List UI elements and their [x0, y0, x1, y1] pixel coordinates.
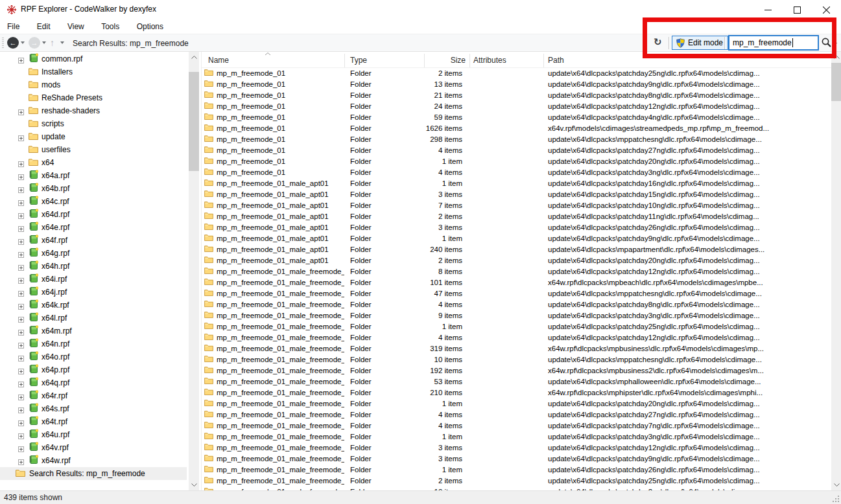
- expand-icon[interactable]: [18, 264, 24, 269]
- scroll-up-icon[interactable]: [831, 52, 841, 63]
- table-row[interactable]: mp_m_freemode_01_male_apt01Folder7 items…: [202, 200, 831, 211]
- sidebar-item-x64h-rpf[interactable]: x64h.rpf: [0, 260, 187, 273]
- sidebar-item-x64i-rpf[interactable]: x64i.rpf: [0, 273, 187, 286]
- sidebar-item-x64k-rpf[interactable]: x64k.rpf: [0, 299, 187, 312]
- sidebar-item-x64u-rpf[interactable]: x64u.rpf: [0, 428, 187, 441]
- table-row[interactable]: mp_m_freemode_01_male_freemode_b...Folde…: [202, 299, 831, 310]
- table-row[interactable]: mp_m_freemode_01_male_freemode_h...Folde…: [202, 387, 831, 398]
- menu-tools[interactable]: Tools: [94, 19, 126, 31]
- column-header-name[interactable]: Name: [208, 56, 229, 65]
- maximize-button[interactable]: [783, 0, 812, 19]
- table-row[interactable]: mp_m_freemode_01_male_freemode_h...Folde…: [202, 398, 831, 409]
- expand-icon[interactable]: [18, 251, 24, 257]
- column-header-size[interactable]: Size: [396, 56, 466, 65]
- table-row[interactable]: mp_m_freemode_01_male_freemode_b...Folde…: [202, 266, 831, 277]
- table-row[interactable]: mp_m_freemode_01_male_apt01Folder2 items…: [202, 255, 831, 266]
- table-row[interactable]: mp_m_freemode_01_male_apt01Folder1 itemu…: [202, 178, 831, 189]
- table-row[interactable]: mp_m_freemode_01Folder298 itemsupdate\x6…: [202, 134, 831, 145]
- expand-icon[interactable]: [18, 393, 24, 399]
- expand-icon[interactable]: [18, 225, 24, 231]
- sidebar-item-x64q-rpf[interactable]: x64q.rpf: [0, 376, 187, 389]
- table-row[interactable]: mp_m_freemode_01Folder59 itemsupdate\x64…: [202, 112, 831, 123]
- expand-icon[interactable]: [18, 108, 24, 114]
- sidebar-item-update[interactable]: update: [0, 130, 187, 143]
- column-divider[interactable]: [543, 54, 544, 67]
- table-row[interactable]: mp_m_freemode_01_male_freemode_b...Folde…: [202, 343, 831, 354]
- sidebar-item-x64c-rpf[interactable]: x64c.rpf: [0, 195, 187, 208]
- expand-icon[interactable]: [18, 341, 24, 347]
- expand-icon[interactable]: [18, 303, 24, 308]
- up-dropdown-icon[interactable]: [60, 41, 64, 44]
- edit-mode-button[interactable]: Edit mode: [672, 36, 728, 50]
- expand-icon[interactable]: [18, 160, 24, 166]
- table-row[interactable]: mp_m_freemode_01Folder21 itemsupdate\x64…: [202, 90, 831, 101]
- table-row[interactable]: mp_m_freemode_01_male_apt01Folder2 items…: [202, 211, 831, 222]
- expand-icon[interactable]: [18, 199, 24, 205]
- sidebar-item-x64n-rpf[interactable]: x64n.rpf: [0, 338, 187, 350]
- tree-scrollbar-thumb[interactable]: [189, 72, 199, 171]
- menu-view[interactable]: View: [60, 19, 91, 31]
- menu-options[interactable]: Options: [130, 19, 171, 31]
- sidebar-item-reshade-shaders[interactable]: reshade-shaders: [0, 104, 187, 117]
- sidebar-item-x64f-rpf[interactable]: x64f.rpf: [0, 234, 187, 247]
- sidebar-item-installers[interactable]: Installers: [0, 65, 187, 78]
- column-header-path[interactable]: Path: [548, 56, 564, 65]
- sidebar-item-x64b-rpf[interactable]: x64b.rpf: [0, 182, 187, 195]
- expand-icon[interactable]: [18, 406, 24, 412]
- table-row[interactable]: mp_m_freemode_01_male_freemode_h...Folde…: [202, 475, 831, 487]
- sidebar-item-x64w-rpf[interactable]: x64w.rpf: [0, 454, 187, 467]
- search-input[interactable]: mp_m_freemode: [728, 35, 819, 51]
- table-row[interactable]: mp_m_freemode_01Folder13 itemsupdate\x64…: [202, 79, 831, 90]
- sidebar-item-x64[interactable]: x64: [0, 156, 187, 169]
- expand-icon[interactable]: [18, 445, 24, 451]
- expand-icon[interactable]: [18, 380, 24, 386]
- search-icon[interactable]: [821, 37, 832, 48]
- table-row[interactable]: mp_m_freemode_01Folder24 itemsupdate\x64…: [202, 101, 831, 112]
- expand-icon[interactable]: [18, 56, 24, 62]
- table-row[interactable]: mp_m_freemode_01_male_freemode_b...Folde…: [202, 365, 831, 376]
- table-row[interactable]: mp_m_freemode_01_male_freemode_h...Folde…: [202, 431, 831, 442]
- expand-icon[interactable]: [18, 290, 24, 295]
- expand-icon[interactable]: [18, 328, 24, 334]
- sidebar-item-reshade-presets[interactable]: ReShade Presets: [0, 91, 187, 104]
- table-row[interactable]: mp_m_freemode_01_male_freemode_h...Folde…: [202, 453, 831, 464]
- forward-button[interactable]: →: [29, 37, 40, 49]
- sidebar-item-x64s-rpf[interactable]: x64s.rpf: [0, 402, 187, 415]
- table-row[interactable]: mp_m_freemode_01_male_freemode_h...Folde…: [202, 464, 831, 475]
- sidebar-item-x64o-rpf[interactable]: x64o.rpf: [0, 350, 187, 363]
- column-divider[interactable]: [469, 54, 470, 67]
- back-dropdown-icon[interactable]: [21, 41, 25, 44]
- expand-icon[interactable]: [18, 432, 24, 438]
- table-row[interactable]: mp_m_freemode_01Folder1 itemupdate\x64\d…: [202, 156, 831, 167]
- sidebar-item-x64g-rpf[interactable]: x64g.rpf: [0, 247, 187, 260]
- sidebar-item-x64r-rpf[interactable]: x64r.rpf: [0, 389, 187, 402]
- sidebar-item-mods[interactable]: mods: [0, 78, 187, 91]
- table-row[interactable]: mp_m_freemode_01Folder2 itemsupdate\x64\…: [202, 68, 831, 79]
- sidebar-item-x64m-rpf[interactable]: x64m.rpf: [0, 325, 187, 338]
- table-row[interactable]: mp_m_freemode_01_male_freemode_h...Folde…: [202, 376, 831, 387]
- expand-icon[interactable]: [18, 354, 24, 360]
- forward-dropdown-icon[interactable]: [42, 41, 46, 44]
- table-row[interactable]: mp_m_freemode_01Folder4 itemsupdate\x64\…: [202, 167, 831, 178]
- expand-icon[interactable]: [18, 173, 24, 179]
- refresh-button[interactable]: ↻: [654, 36, 662, 48]
- table-row[interactable]: mp_m_freemode_01_male_apt01Folder3 items…: [202, 189, 831, 200]
- menu-file[interactable]: File: [0, 19, 27, 31]
- sidebar-item-scripts[interactable]: scripts: [0, 117, 187, 130]
- sidebar-item-x64v-rpf[interactable]: x64v.rpf: [0, 441, 187, 454]
- scroll-down-icon[interactable]: [831, 479, 841, 490]
- table-row[interactable]: mp_m_freemode_01Folder1626 itemsx64v.rpf…: [202, 123, 831, 134]
- sidebar-item-userfiles[interactable]: userfiles: [0, 143, 187, 156]
- table-row[interactable]: mp_m_freemode_01_male_apt01Folder240 ite…: [202, 244, 831, 255]
- column-divider[interactable]: [344, 54, 345, 67]
- tree-scrollbar[interactable]: [189, 52, 199, 490]
- sidebar-item-x64j-rpf[interactable]: x64j.rpf: [0, 286, 187, 299]
- sidebar-item-x64p-rpf[interactable]: x64p.rpf: [0, 363, 187, 376]
- table-row[interactable]: mp_m_freemode_01_male_freemode_h...Folde…: [202, 409, 831, 420]
- table-row[interactable]: mp_m_freemode_01_male_freemode_b...Folde…: [202, 321, 831, 332]
- table-row[interactable]: mp_m_freemode_01_male_freemode_b...Folde…: [202, 277, 831, 288]
- expand-icon[interactable]: [18, 315, 24, 321]
- table-row[interactable]: mp_m_freemode_01_male_freemode_h...Folde…: [202, 442, 831, 453]
- table-row[interactable]: mp_m_freemode_01_male_apt01Folder3 items…: [202, 222, 831, 233]
- close-button[interactable]: [812, 0, 841, 19]
